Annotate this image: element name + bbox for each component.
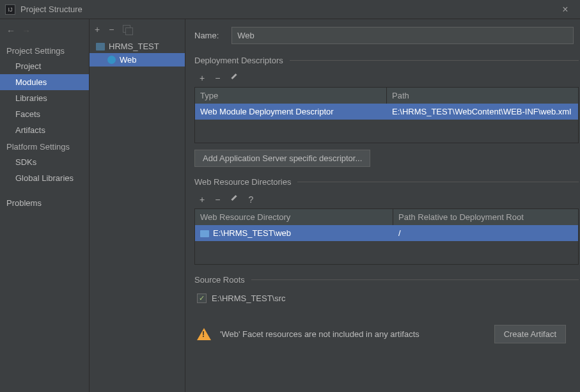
section-platform-settings: Platform Settings <box>0 138 89 154</box>
tree-module-label: HRMS_TEST <box>109 42 159 51</box>
folder-icon <box>200 230 209 237</box>
window-title: Project Structure <box>20 4 556 14</box>
warning-row: 'Web' Facet resources are not included i… <box>194 318 580 347</box>
facet-name-input[interactable] <box>231 27 574 44</box>
descriptors-add-icon[interactable]: + <box>200 73 205 83</box>
resources-row[interactable]: E:\HRMS_TEST\web / <box>195 225 578 241</box>
descriptors-edit-icon[interactable] <box>230 73 238 81</box>
close-icon[interactable]: × <box>556 4 575 15</box>
tree-add-icon[interactable]: + <box>95 24 100 35</box>
nav-forward-icon[interactable]: → <box>22 26 31 36</box>
resources-remove-icon[interactable]: − <box>215 194 220 205</box>
nav-item-artifacts[interactable]: Artifacts <box>0 122 89 138</box>
nav-item-global-libraries[interactable]: Global Libraries <box>0 170 89 186</box>
resources-help-icon[interactable]: ? <box>248 194 253 205</box>
resources-col-rel[interactable]: Path Relative to Deployment Root <box>393 209 578 225</box>
divider <box>290 60 579 61</box>
warning-icon <box>197 328 211 340</box>
divider <box>297 182 579 182</box>
titlebar: IJ Project Structure × <box>0 0 580 19</box>
resources-edit-icon[interactable] <box>230 194 238 202</box>
descriptors-row-type: Web Module Deployment Descriptor <box>195 104 387 120</box>
descriptors-col-type[interactable]: Type <box>195 88 387 104</box>
source-root-item[interactable]: ✓ E:\HRMS_TEST\src <box>194 288 579 308</box>
descriptors-col-path[interactable]: Path <box>387 88 578 104</box>
resources-add-icon[interactable]: + <box>200 194 205 205</box>
main-panel: Name: Deployment Descriptors + − Type Pa… <box>185 19 580 392</box>
source-roots-title: Source Roots <box>194 275 245 285</box>
tree-item-module[interactable]: HRMS_TEST <box>90 40 185 53</box>
resources-row-dir: E:\HRMS_TEST\web <box>195 225 393 241</box>
web-resource-dirs-section: Web Resource Directories + − ? Web Resou… <box>194 177 580 265</box>
resources-row-rel: / <box>393 225 578 241</box>
nav-back-icon[interactable]: ← <box>6 26 15 36</box>
nav-item-facets[interactable]: Facets <box>0 106 89 122</box>
web-icon <box>107 56 116 64</box>
tree-facet-label: Web <box>120 55 137 65</box>
folder-icon <box>96 43 105 51</box>
source-root-checkbox[interactable]: ✓ <box>197 294 207 303</box>
resources-row-dir-text: E:\HRMS_TEST\web <box>213 228 291 238</box>
nav-item-sdks[interactable]: SDKs <box>0 154 89 170</box>
descriptors-row[interactable]: Web Module Deployment Descriptor E:\HRMS… <box>195 104 578 120</box>
module-tree-pane: + − HRMS_TEST Web <box>90 19 185 392</box>
descriptors-table: Type Path Web Module Deployment Descript… <box>194 87 579 143</box>
name-label: Name: <box>194 31 219 40</box>
deployment-descriptors-section: Deployment Descriptors + − Type Path Web… <box>194 56 580 167</box>
warning-text: 'Web' Facet resources are not included i… <box>220 329 485 339</box>
nav-item-modules[interactable]: Modules <box>0 74 89 90</box>
app-icon: IJ <box>5 4 15 15</box>
source-roots-section: Source Roots ✓ E:\HRMS_TEST\src <box>194 275 580 308</box>
resources-title: Web Resource Directories <box>194 177 291 187</box>
resources-table: Web Resource Directory Path Relative to … <box>194 208 579 265</box>
section-project-settings: Project Settings <box>0 42 89 58</box>
create-artifact-button[interactable]: Create Artifact <box>494 325 566 343</box>
nav-item-project[interactable]: Project <box>0 58 89 74</box>
divider <box>251 279 579 280</box>
resources-col-dir[interactable]: Web Resource Directory <box>195 209 393 225</box>
add-server-descriptor-button[interactable]: Add Application Server specific descript… <box>194 150 370 167</box>
left-nav: ← → Project Settings Project Modules Lib… <box>0 19 90 392</box>
descriptors-row-path: E:\HRMS_TEST\WebContent\WEB-INF\web.xml <box>387 104 578 120</box>
nav-item-problems[interactable]: Problems <box>0 195 89 211</box>
nav-item-libraries[interactable]: Libraries <box>0 90 89 106</box>
descriptors-title: Deployment Descriptors <box>194 56 283 65</box>
tree-copy-icon[interactable] <box>123 24 130 35</box>
source-root-path: E:\HRMS_TEST\src <box>212 294 286 303</box>
tree-remove-icon[interactable]: − <box>109 24 114 35</box>
tree-item-facet[interactable]: Web <box>90 53 185 67</box>
descriptors-remove-icon[interactable]: − <box>215 73 220 83</box>
